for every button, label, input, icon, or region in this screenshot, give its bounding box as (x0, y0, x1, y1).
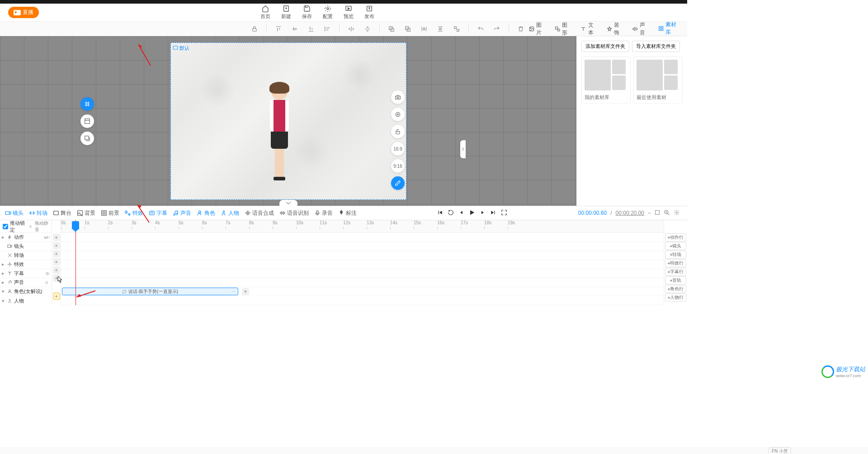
skip-start-icon[interactable] (437, 209, 443, 217)
fullscreen-icon[interactable] (501, 209, 507, 217)
prev-frame-icon[interactable] (458, 210, 464, 217)
track-lane-sound[interactable] (61, 278, 664, 287)
layout-button[interactable] (80, 114, 94, 128)
delete-icon[interactable] (516, 24, 525, 33)
tl-tab-tts[interactable]: 语音合成 (242, 208, 276, 218)
right-btn-effect[interactable]: + 特效行 (665, 259, 686, 267)
import-folder-button[interactable]: 导入素材库文件夹 (632, 41, 680, 52)
tl-tab-bg[interactable]: 背景 (75, 208, 98, 218)
add-person-button[interactable]: + (53, 293, 60, 300)
speaker-icon[interactable] (45, 280, 50, 285)
distribute-h-icon[interactable] (420, 24, 429, 33)
tab-image[interactable]: 图片 (525, 19, 549, 39)
tab-shape[interactable]: 图形 (551, 19, 575, 39)
nav-new[interactable]: 新建 (281, 5, 291, 20)
track-label-action[interactable]: ▸动作I⇄I (0, 233, 52, 242)
zoom-out-icon[interactable]: − (648, 210, 651, 216)
right-btn-subtitle[interactable]: + 字幕行 (665, 268, 686, 276)
tl-tab-asr[interactable]: 语音识别 (277, 208, 311, 218)
nav-home[interactable]: 首页 (260, 5, 270, 20)
tl-tab-role[interactable]: 角色 (194, 208, 217, 218)
skip-end-icon[interactable] (490, 209, 496, 217)
track-lane-subtitle[interactable] (61, 269, 664, 278)
track-label-transition[interactable]: 转场 (0, 251, 52, 260)
layer-front-icon[interactable] (387, 24, 396, 33)
add-clip-button[interactable]: + (242, 288, 249, 295)
tl-tab-transition[interactable]: 转场 (27, 208, 50, 218)
tl-tab-fg[interactable]: 前景 (99, 208, 122, 218)
tl-tab-camera[interactable]: 镜头 (3, 208, 26, 218)
canvas-area[interactable]: 默认 16:9 9:16 (0, 36, 576, 206)
grid-toggle-button[interactable] (80, 97, 94, 111)
right-btn-action[interactable]: + 动作行 (665, 233, 686, 241)
track-label-camera[interactable]: 镜头 (0, 242, 52, 251)
undo-icon[interactable] (476, 24, 485, 33)
tab-library[interactable]: 素材库 (655, 19, 684, 39)
add-transition-button[interactable]: + (53, 250, 60, 257)
redo-icon[interactable] (492, 24, 501, 33)
right-btn-person[interactable]: + 人物行 (665, 293, 686, 302)
layer-back-icon[interactable] (403, 24, 412, 33)
timeline-ruler[interactable]: 0s1s2s3s4s5s6s7s8s9s10s11s12s13s14s15s16… (61, 220, 664, 233)
tl-tab-effect[interactable]: 特效 (123, 208, 146, 218)
align-bottom-icon[interactable] (307, 24, 316, 33)
add-action-button[interactable]: + (53, 234, 60, 241)
track-label-person[interactable]: ▾人物 (0, 296, 52, 305)
ratio-9-16-button[interactable]: 9:16 (391, 159, 405, 173)
nav-save[interactable]: 保存 (302, 5, 312, 20)
asset-card-my-library[interactable]: 我的素材库 (581, 57, 631, 104)
track-lane-transition[interactable] (61, 251, 664, 260)
role-clip[interactable]: 说话-双手手势(一直显示) ⋯ (62, 288, 238, 295)
target-button[interactable] (391, 108, 405, 121)
timeline-tracks[interactable]: 0s1s2s3s4s5s6s7s8s9s10s11s12s13s14s15s16… (61, 220, 664, 305)
character-avatar[interactable] (266, 84, 293, 179)
nav-publish[interactable]: 发布 (364, 5, 374, 20)
group-icon[interactable] (452, 24, 461, 33)
track-label-role[interactable]: ▾角色(女解说) (0, 287, 52, 296)
track-label-subtitle[interactable]: ▸字幕 (0, 269, 52, 278)
zoom-in-icon[interactable] (664, 209, 670, 217)
align-top-icon[interactable] (274, 24, 283, 33)
tl-tab-label[interactable]: 标注 (336, 208, 359, 218)
total-time[interactable]: 00:00:20.00 (616, 210, 644, 216)
lock-checkbox[interactable] (3, 224, 8, 229)
live-button[interactable]: 直播 (8, 7, 39, 18)
track-lane-effect[interactable] (61, 260, 664, 269)
add-camera-button[interactable]: + (53, 242, 60, 249)
add-folder-button[interactable]: 添加素材库文件夹 (581, 41, 629, 52)
panel-toggle[interactable] (460, 140, 466, 158)
playhead-handle[interactable] (72, 221, 79, 229)
track-lane-person[interactable] (61, 296, 664, 305)
tl-tab-subtitle[interactable]: 字幕 (146, 208, 170, 218)
flip-h-icon[interactable] (347, 24, 356, 33)
track-label-effect[interactable]: ▸特效 (0, 260, 52, 269)
tl-tab-record[interactable]: 录音 (312, 208, 335, 218)
canvas-collapse-handle[interactable] (279, 200, 297, 206)
nav-preview[interactable]: 预览 (344, 5, 354, 20)
flip-v-icon[interactable] (363, 24, 372, 33)
camera-button[interactable] (391, 90, 405, 104)
nav-config[interactable]: 配置 (323, 5, 333, 20)
lock-icon[interactable] (250, 24, 259, 33)
right-btn-camera[interactable]: + 镜头 (665, 242, 686, 250)
tab-decor[interactable]: 装饰 (603, 19, 627, 39)
unlock-button[interactable] (391, 125, 405, 138)
distribute-v-icon[interactable] (436, 24, 445, 33)
tl-tab-sound[interactable]: 声音 (170, 208, 193, 218)
align-vcenter-icon[interactable] (290, 24, 299, 33)
tl-tab-stage[interactable]: 舞台 (51, 208, 74, 218)
align-left-icon[interactable] (323, 24, 332, 33)
next-frame-icon[interactable] (480, 210, 486, 217)
canvas-frame[interactable]: 默认 (170, 43, 406, 200)
ratio-16-9-button[interactable]: 16:9 (391, 142, 405, 156)
right-btn-transition[interactable]: + 转场 (665, 251, 686, 259)
rewind-icon[interactable] (448, 209, 454, 217)
edit-button[interactable] (391, 176, 405, 190)
tl-tab-person[interactable]: 人物 (218, 208, 241, 218)
play-icon[interactable] (468, 209, 476, 218)
settings-icon[interactable] (674, 209, 680, 217)
add-effect-button[interactable]: + (53, 258, 60, 265)
eye-icon[interactable] (45, 271, 50, 276)
add-subtitle-button[interactable]: + (53, 266, 60, 274)
layers-button[interactable] (80, 132, 94, 145)
